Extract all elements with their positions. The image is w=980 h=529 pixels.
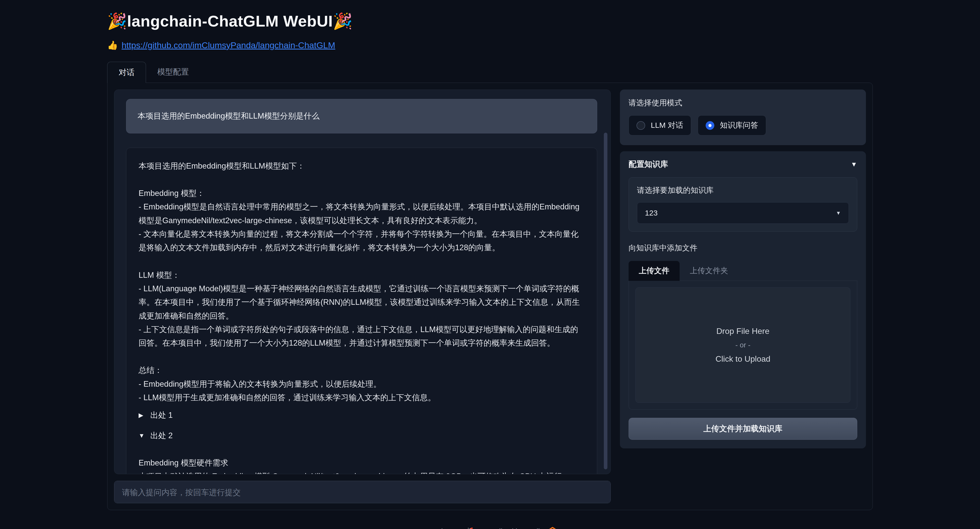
rocket-icon: 🚀: [464, 527, 473, 529]
chatbot-panel: 本项目选用的Embedding模型和LLM模型分别是什么 本项目选用的Embed…: [114, 89, 611, 474]
question-input[interactable]: [114, 481, 611, 503]
triangle-right-icon: ▶: [138, 410, 146, 420]
kb-dropdown-value: 123: [645, 209, 836, 217]
dropdown-caret-icon: ▼: [836, 210, 841, 216]
radio-llm-chat-label: LLM 对话: [651, 120, 683, 130]
source-1-toggle[interactable]: ▶ 出处 1: [138, 406, 585, 424]
radio-llm-chat[interactable]: LLM 对话: [628, 115, 691, 135]
source-2-toggle[interactable]: ▼ 出处 2: [138, 426, 585, 445]
add-files-label: 向知识库中添加文件: [628, 243, 857, 253]
tab-chat[interactable]: 对话: [107, 62, 146, 83]
tab-upload-folder[interactable]: 上传文件夹: [679, 261, 738, 281]
mode-select-label: 请选择使用模式: [628, 98, 857, 108]
bot-paragraph: 总结： - Embedding模型用于将输入的文本转换为向量形式，以便后续处理。…: [138, 364, 585, 404]
use-via-api-link[interactable]: Use via API 🚀: [422, 527, 473, 529]
upload-and-load-kb-button[interactable]: 上传文件并加载知识库: [628, 418, 857, 440]
bot-paragraph: 本项目选用的Embedding模型和LLM模型如下：: [138, 159, 585, 173]
bot-message: 本项目选用的Embedding模型和LLM模型如下： Embedding 模型：…: [126, 148, 597, 474]
triangle-down-icon: ▼: [138, 430, 146, 441]
mode-select-panel: 请选择使用模式 LLM 对话 知识库问答: [620, 89, 866, 145]
built-with-gradio-label: Built with Gradio: [490, 527, 544, 529]
drop-file-here-text: Drop File Here: [716, 326, 770, 336]
github-link[interactable]: https://github.com/imClumsyPanda/langcha…: [121, 40, 335, 50]
kb-config-panel: 配置知识库 ▼ 请选择要加载的知识库 123 ▼ 向知识库中添加文件 上传文件 …: [620, 151, 866, 448]
main-tabbar: 对话 模型配置: [107, 62, 873, 83]
use-via-api-label: Use via API: [422, 527, 461, 529]
radio-dot: [708, 124, 711, 127]
gradio-footer: Use via API 🚀 · Built with Gradio: [107, 526, 873, 529]
settings-column: 请选择使用模式 LLM 对话 知识库问答 配置知识库 ▼: [620, 89, 866, 503]
radio-unselected-icon: [636, 121, 645, 130]
kb-dropdown[interactable]: 123 ▼: [637, 202, 849, 224]
source-2-label: 出处 2: [150, 429, 173, 442]
chat-column: 本项目选用的Embedding模型和LLM模型分别是什么 本项目选用的Embed…: [114, 89, 611, 503]
kb-accordion-title: 配置知识库: [628, 159, 851, 170]
kb-accordion-header[interactable]: 配置知识库 ▼: [628, 159, 857, 170]
file-drop-zone[interactable]: Drop File Here - or - Click to Upload: [635, 288, 850, 403]
source-1-details: ▶ 出处 1: [138, 406, 585, 424]
footer-separator: ·: [480, 527, 483, 529]
tab-upload-file[interactable]: 上传文件: [628, 261, 679, 281]
file-upload-box: Drop File Here - or - Click to Upload: [628, 281, 857, 410]
user-message: 本项目选用的Embedding模型和LLM模型分别是什么: [126, 99, 597, 133]
radio-knowledge-qa-label: 知识库问答: [720, 120, 758, 130]
built-with-gradio-link[interactable]: Built with Gradio: [490, 526, 558, 529]
page-title: 🎉langchain-ChatGLM WebUI🎉: [107, 12, 873, 30]
app-container: 🎉langchain-ChatGLM WebUI🎉 👍 https://gith…: [107, 0, 873, 529]
gradio-logo-icon: [547, 526, 558, 529]
tab-model-config[interactable]: 模型配置: [146, 62, 200, 83]
source-2-content: Embedding 模型硬件需求 本项目中默认选用的 Embedding 模型 …: [138, 456, 585, 474]
source-1-label: 出处 1: [150, 408, 173, 422]
kb-select-label: 请选择要加载的知识库: [637, 185, 849, 195]
radio-selected-icon: [706, 121, 714, 130]
chevron-down-icon: ▼: [851, 160, 857, 168]
bot-paragraph: Embedding 模型： - Embedding模型是自然语言处理中常用的模型…: [138, 186, 585, 254]
upload-tabbar: 上传文件 上传文件夹: [628, 261, 857, 281]
mode-radio-group: LLM 对话 知识库问答: [628, 115, 857, 135]
source-2-details: ▼ 出处 2 Embedding 模型硬件需求 本项目中默认选用的 Embedd…: [138, 426, 585, 474]
chat-scrollbar-thumb[interactable]: [604, 133, 608, 469]
click-to-upload-text: Click to Upload: [715, 354, 770, 364]
tab-content-panel: 本项目选用的Embedding模型和LLM模型分别是什么 本项目选用的Embed…: [107, 83, 873, 510]
or-text: - or -: [735, 341, 750, 349]
radio-knowledge-qa[interactable]: 知识库问答: [698, 115, 766, 135]
github-link-row: 👍 https://github.com/imClumsyPanda/langc…: [107, 40, 873, 50]
kb-select-box: 请选择要加载的知识库 123 ▼: [628, 177, 857, 232]
bot-paragraph: LLM 模型： - LLM(Language Model)模型是一种基于神经网络…: [138, 268, 585, 350]
thumbs-up-icon: 👍: [107, 40, 118, 50]
